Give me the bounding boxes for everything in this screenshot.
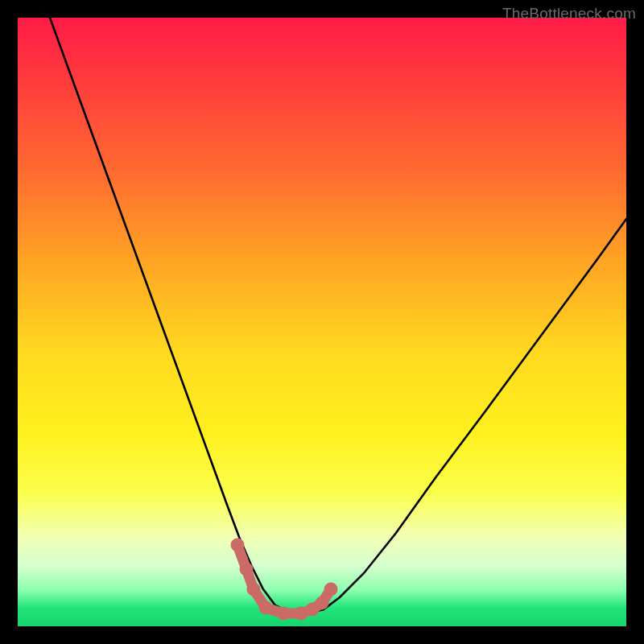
trough-marker-dot (277, 607, 291, 621)
chart-plot-area (18, 18, 626, 626)
trough-marker-dot (247, 583, 261, 597)
trough-marker-dot (324, 583, 338, 597)
trough-marker-dot (231, 539, 245, 552)
trough-marker-dot (316, 597, 329, 610)
trough-marker-dot (259, 601, 273, 615)
bottleneck-curve-path (50, 18, 626, 613)
watermark-text: TheBottleneck.com (502, 5, 636, 23)
bottleneck-curve-svg (18, 18, 626, 626)
trough-marker-dot (240, 563, 254, 576)
